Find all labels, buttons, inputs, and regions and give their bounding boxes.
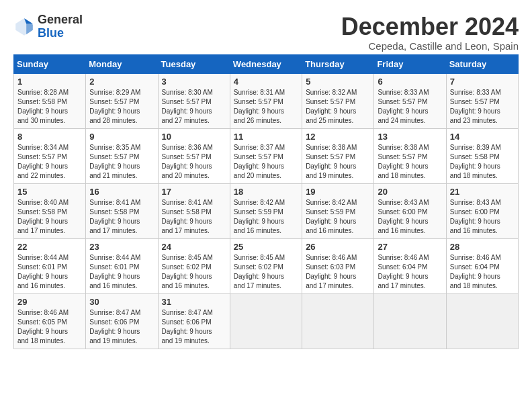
day-cell: 4Sunrise: 8:31 AM Sunset: 5:57 PM Daylig… [230, 73, 302, 128]
day-info: Sunrise: 8:36 AM Sunset: 5:57 PM Dayligh… [162, 143, 226, 181]
day-info: Sunrise: 8:42 AM Sunset: 5:59 PM Dayligh… [306, 198, 370, 236]
day-number: 28 [450, 242, 515, 252]
weekday-header-saturday: Saturday [446, 54, 518, 73]
logo: General Blue [13, 13, 83, 40]
day-cell: 10Sunrise: 8:36 AM Sunset: 5:57 PM Dayli… [158, 128, 230, 183]
day-cell [230, 293, 302, 349]
day-info: Sunrise: 8:41 AM Sunset: 5:58 PM Dayligh… [162, 198, 226, 236]
logo-icon [13, 16, 35, 38]
day-cell: 20Sunrise: 8:43 AM Sunset: 6:00 PM Dayli… [374, 183, 446, 238]
calendar-subtitle: Cepeda, Castille and Leon, Spain [341, 40, 519, 52]
day-cell: 27Sunrise: 8:46 AM Sunset: 6:04 PM Dayli… [374, 238, 446, 293]
day-number: 16 [89, 187, 154, 197]
day-cell: 25Sunrise: 8:45 AM Sunset: 6:02 PM Dayli… [230, 238, 302, 293]
day-cell: 7Sunrise: 8:33 AM Sunset: 5:57 PM Daylig… [446, 73, 518, 128]
day-cell: 5Sunrise: 8:32 AM Sunset: 5:57 PM Daylig… [302, 73, 374, 128]
day-number: 17 [162, 187, 226, 197]
day-info: Sunrise: 8:38 AM Sunset: 5:57 PM Dayligh… [306, 143, 370, 181]
day-cell: 3Sunrise: 8:30 AM Sunset: 5:57 PM Daylig… [158, 73, 230, 128]
day-number: 15 [17, 187, 82, 197]
day-number: 5 [306, 77, 370, 87]
day-number: 3 [162, 77, 226, 87]
week-row-4: 22Sunrise: 8:44 AM Sunset: 6:01 PM Dayli… [14, 238, 519, 293]
day-info: Sunrise: 8:47 AM Sunset: 6:06 PM Dayligh… [89, 308, 154, 346]
day-cell [302, 293, 374, 349]
day-number: 13 [378, 132, 442, 142]
weekday-header-wednesday: Wednesday [230, 54, 302, 73]
day-info: Sunrise: 8:46 AM Sunset: 6:03 PM Dayligh… [306, 253, 370, 291]
day-cell: 26Sunrise: 8:46 AM Sunset: 6:03 PM Dayli… [302, 238, 374, 293]
day-number: 6 [378, 77, 442, 87]
day-info: Sunrise: 8:31 AM Sunset: 5:57 PM Dayligh… [234, 88, 298, 126]
day-cell: 13Sunrise: 8:38 AM Sunset: 5:57 PM Dayli… [374, 128, 446, 183]
day-cell: 11Sunrise: 8:37 AM Sunset: 5:57 PM Dayli… [230, 128, 302, 183]
day-info: Sunrise: 8:41 AM Sunset: 5:58 PM Dayligh… [89, 198, 154, 236]
day-info: Sunrise: 8:30 AM Sunset: 5:57 PM Dayligh… [162, 88, 226, 126]
day-number: 11 [234, 132, 298, 142]
day-number: 4 [234, 77, 298, 87]
week-row-5: 29Sunrise: 8:46 AM Sunset: 6:05 PM Dayli… [14, 293, 519, 349]
day-info: Sunrise: 8:28 AM Sunset: 5:58 PM Dayligh… [17, 88, 82, 126]
day-cell: 19Sunrise: 8:42 AM Sunset: 5:59 PM Dayli… [302, 183, 374, 238]
day-info: Sunrise: 8:46 AM Sunset: 6:04 PM Dayligh… [378, 253, 442, 291]
day-info: Sunrise: 8:32 AM Sunset: 5:57 PM Dayligh… [306, 88, 370, 126]
day-info: Sunrise: 8:37 AM Sunset: 5:57 PM Dayligh… [234, 143, 298, 181]
day-number: 27 [378, 242, 442, 252]
day-info: Sunrise: 8:33 AM Sunset: 5:57 PM Dayligh… [378, 88, 442, 126]
day-number: 31 [162, 297, 226, 307]
logo-text: General Blue [38, 13, 83, 40]
day-cell: 15Sunrise: 8:40 AM Sunset: 5:58 PM Dayli… [14, 183, 86, 238]
day-info: Sunrise: 8:35 AM Sunset: 5:57 PM Dayligh… [89, 143, 154, 181]
day-number: 10 [162, 132, 226, 142]
day-cell: 30Sunrise: 8:47 AM Sunset: 6:06 PM Dayli… [86, 293, 158, 349]
day-info: Sunrise: 8:40 AM Sunset: 5:58 PM Dayligh… [17, 198, 82, 236]
day-number: 8 [17, 132, 82, 142]
weekday-header-monday: Monday [86, 54, 158, 73]
day-info: Sunrise: 8:34 AM Sunset: 5:57 PM Dayligh… [17, 143, 82, 181]
day-cell: 12Sunrise: 8:38 AM Sunset: 5:57 PM Dayli… [302, 128, 374, 183]
day-cell: 8Sunrise: 8:34 AM Sunset: 5:57 PM Daylig… [14, 128, 86, 183]
day-number: 9 [89, 132, 154, 142]
day-cell: 18Sunrise: 8:42 AM Sunset: 5:59 PM Dayli… [230, 183, 302, 238]
header: General Blue December 2024 Cepeda, Casti… [13, 13, 519, 52]
day-number: 7 [450, 77, 515, 87]
day-info: Sunrise: 8:46 AM Sunset: 6:04 PM Dayligh… [450, 253, 515, 291]
day-number: 14 [450, 132, 515, 142]
week-row-2: 8Sunrise: 8:34 AM Sunset: 5:57 PM Daylig… [14, 128, 519, 183]
day-info: Sunrise: 8:42 AM Sunset: 5:59 PM Dayligh… [234, 198, 298, 236]
day-info: Sunrise: 8:44 AM Sunset: 6:01 PM Dayligh… [89, 253, 154, 291]
day-info: Sunrise: 8:47 AM Sunset: 6:06 PM Dayligh… [162, 308, 226, 346]
day-cell: 31Sunrise: 8:47 AM Sunset: 6:06 PM Dayli… [158, 293, 230, 349]
day-cell: 24Sunrise: 8:45 AM Sunset: 6:02 PM Dayli… [158, 238, 230, 293]
day-info: Sunrise: 8:38 AM Sunset: 5:57 PM Dayligh… [378, 143, 442, 181]
day-cell: 16Sunrise: 8:41 AM Sunset: 5:58 PM Dayli… [86, 183, 158, 238]
day-number: 1 [17, 77, 82, 87]
weekday-header-row: SundayMondayTuesdayWednesdayThursdayFrid… [14, 54, 519, 73]
day-info: Sunrise: 8:44 AM Sunset: 6:01 PM Dayligh… [17, 253, 82, 291]
weekday-header-sunday: Sunday [14, 54, 86, 73]
day-number: 30 [89, 297, 154, 307]
weekday-header-thursday: Thursday [302, 54, 374, 73]
day-number: 21 [450, 187, 515, 197]
day-number: 12 [306, 132, 370, 142]
calendar: SundayMondayTuesdayWednesdayThursdayFrid… [13, 54, 519, 349]
day-cell: 9Sunrise: 8:35 AM Sunset: 5:57 PM Daylig… [86, 128, 158, 183]
week-row-1: 1Sunrise: 8:28 AM Sunset: 5:58 PM Daylig… [14, 73, 519, 128]
day-cell: 17Sunrise: 8:41 AM Sunset: 5:58 PM Dayli… [158, 183, 230, 238]
day-cell: 23Sunrise: 8:44 AM Sunset: 6:01 PM Dayli… [86, 238, 158, 293]
day-number: 18 [234, 187, 298, 197]
day-cell: 6Sunrise: 8:33 AM Sunset: 5:57 PM Daylig… [374, 73, 446, 128]
day-number: 26 [306, 242, 370, 252]
weekday-header-tuesday: Tuesday [158, 54, 230, 73]
day-number: 2 [89, 77, 154, 87]
day-info: Sunrise: 8:45 AM Sunset: 6:02 PM Dayligh… [162, 253, 226, 291]
day-number: 23 [89, 242, 154, 252]
day-cell: 22Sunrise: 8:44 AM Sunset: 6:01 PM Dayli… [14, 238, 86, 293]
day-cell [374, 293, 446, 349]
day-info: Sunrise: 8:33 AM Sunset: 5:57 PM Dayligh… [450, 88, 515, 126]
day-info: Sunrise: 8:43 AM Sunset: 6:00 PM Dayligh… [450, 198, 515, 236]
day-info: Sunrise: 8:45 AM Sunset: 6:02 PM Dayligh… [234, 253, 298, 291]
weekday-header-friday: Friday [374, 54, 446, 73]
day-cell: 1Sunrise: 8:28 AM Sunset: 5:58 PM Daylig… [14, 73, 86, 128]
day-info: Sunrise: 8:39 AM Sunset: 5:58 PM Dayligh… [450, 143, 515, 181]
